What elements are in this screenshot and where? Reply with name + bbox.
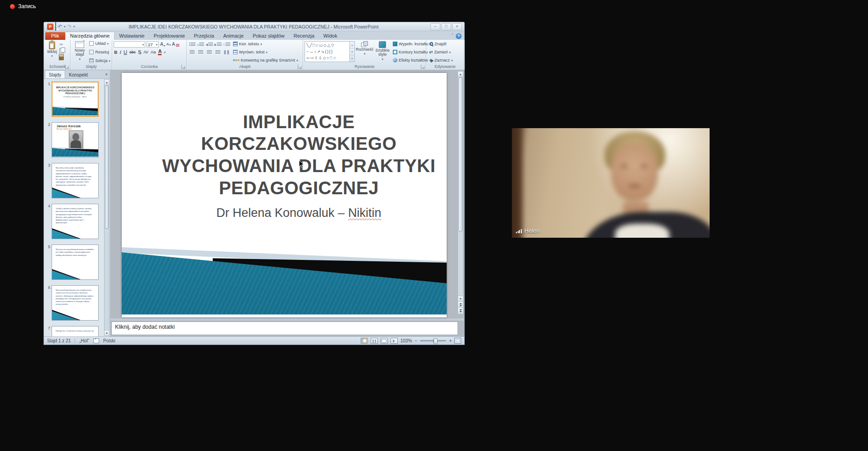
slide-thumbnail-7[interactable]: Dlatego też, na pierwsze miejsce wysuwa … <box>52 326 99 336</box>
numbering-button[interactable]: 1 <box>197 42 205 48</box>
undo-dropdown-icon[interactable]: ▾ <box>64 25 66 29</box>
title-bar[interactable]: P ↶ ▾ ↷ ▾ IMPLIKACJE IDEI KORCZAKOWSKIEG… <box>44 22 464 31</box>
tab-view[interactable]: Widok <box>319 32 342 40</box>
new-slide-button[interactable]: Nowy slajd ▾ <box>72 40 87 64</box>
tab-design[interactable]: Projektowanie <box>149 32 189 40</box>
paste-button[interactable]: Wklej ▾ <box>46 40 58 64</box>
tab-slideshow[interactable]: Pokaz slajdów <box>248 32 289 40</box>
fit-slide-to-window-button[interactable] <box>454 338 461 344</box>
help-button[interactable]: ? <box>456 33 462 39</box>
zoom-slider[interactable] <box>420 340 446 341</box>
bullets-button[interactable] <box>188 42 196 48</box>
panel-tab-outline[interactable]: Konspekt <box>65 70 91 78</box>
slide-thumbnail-1[interactable]: IMPLIKACJE KORCZAKOWSKIEGO WYCHOWANIA DL… <box>52 82 99 117</box>
clear-formatting-button[interactable]: A <box>172 42 179 47</box>
zoom-out-button[interactable]: − <box>415 339 417 343</box>
tab-review[interactable]: Recenzja <box>289 32 319 40</box>
italic-button[interactable]: I <box>119 50 121 55</box>
view-slideshow-button[interactable] <box>391 338 398 344</box>
justify-button[interactable] <box>214 49 222 55</box>
notes-pane[interactable]: Kliknij, aby dodać notatki <box>111 321 458 335</box>
save-button[interactable] <box>55 23 56 31</box>
tab-insert[interactable]: Wstawianie <box>114 32 149 40</box>
zoom-slider-thumb[interactable] <box>434 338 438 344</box>
panel-scroll-thumb[interactable] <box>105 86 109 229</box>
close-button[interactable]: × <box>452 23 462 30</box>
shapes-row-3[interactable]: ⇦⇨⇧⇩◇○□☆ <box>306 56 348 60</box>
proofing-icon[interactable] <box>93 338 99 343</box>
slide-canvas[interactable]: IMPLIKACJE KORCZAKOWSKIEGO WYCHOWANIA DL… <box>122 73 447 317</box>
font-color-dropdown-icon[interactable]: ▾ <box>164 51 166 54</box>
convert-smartart-button[interactable]: Konwertuj na grafikę SmartArt ▾ <box>233 58 298 62</box>
shape-effects-button[interactable]: Efekty kształtów ▾ <box>393 58 431 62</box>
columns-button[interactable] <box>223 49 230 55</box>
tab-transitions[interactable]: Przejścia <box>190 32 219 40</box>
section-button[interactable]: Sekcja ▾ <box>89 58 110 63</box>
language-indicator[interactable]: Polski <box>103 338 115 343</box>
tab-file[interactable]: Plik <box>45 32 65 40</box>
align-center-button[interactable] <box>197 49 205 55</box>
drawing-dialog-launcher[interactable] <box>421 65 425 69</box>
slide-thumbnail-5[interactable]: W pracy nauczyciela/wychowawcy niezbędna… <box>52 245 99 280</box>
shapes-row-2[interactable]: −↔↕↗↘(){} <box>306 50 348 54</box>
slide-title[interactable]: IMPLIKACJE KORCZAKOWSKIEGO WYCHOWANIA DL… <box>157 111 440 199</box>
font-color-button[interactable]: A <box>158 49 162 55</box>
panel-close-icon[interactable]: × <box>103 70 110 78</box>
align-left-button[interactable] <box>188 49 196 55</box>
panel-tab-slides[interactable]: Slajdy <box>45 70 65 78</box>
reset-button[interactable]: Resetuj <box>89 50 110 54</box>
shrink-font-button[interactable]: A▾ <box>167 43 171 46</box>
align-right-button[interactable] <box>205 49 213 55</box>
participant-video-tile[interactable]: Helen <box>512 128 710 238</box>
panel-scroll-down-icon[interactable]: ▼ <box>105 330 109 336</box>
minimize-button[interactable]: – <box>430 23 440 30</box>
tab-home[interactable]: Narzędzia główne <box>65 32 114 40</box>
next-slide-button[interactable] <box>458 307 463 314</box>
copy-button[interactable] <box>58 48 65 53</box>
find-button[interactable]: Znajdź <box>429 42 463 46</box>
slide-thumbnail-4[interactable]: Troskę o dziecko należy rozumieć szeroko… <box>52 204 99 239</box>
font-name-select[interactable]: ▾ <box>114 41 145 48</box>
bold-button[interactable]: B <box>114 50 117 55</box>
notes-splitter[interactable] <box>110 318 464 321</box>
font-size-select[interactable]: 27 ▾ <box>147 41 159 48</box>
arrange-button[interactable]: Rozmieść ▾ <box>355 40 375 64</box>
strikethrough-button[interactable]: abc <box>129 50 136 54</box>
slide-scroll-down-icon[interactable]: ▼ <box>458 296 463 301</box>
shape-fill-button[interactable]: Wypełn. kształtu ▾ <box>393 42 431 46</box>
shape-outline-button[interactable]: Kontury kształtu ▾ <box>393 50 431 54</box>
minimize-ribbon-icon[interactable]: ˆ <box>452 34 453 38</box>
maximize-button[interactable]: □ <box>441 23 451 30</box>
panel-scrollbar[interactable]: ▲ ▼ <box>104 79 110 336</box>
clipboard-dialog-launcher[interactable] <box>65 65 69 69</box>
paragraph-dialog-launcher[interactable] <box>298 65 302 69</box>
shapes-scroll-down-icon[interactable]: ▾ <box>350 48 354 55</box>
layout-button[interactable]: Układ ▾ <box>89 41 110 46</box>
cut-button[interactable]: ✂ <box>58 42 65 47</box>
redo-button[interactable]: ↷ <box>67 24 72 29</box>
font-dialog-launcher[interactable] <box>181 65 186 69</box>
line-spacing-button[interactable]: ↕ <box>223 42 230 48</box>
powerpoint-app-icon[interactable]: P <box>47 24 53 30</box>
text-direction-button[interactable]: Kier. tekstu ▾ <box>233 42 298 46</box>
shapes-row-1[interactable]: ╲╱□○▭◇△▽ <box>306 43 348 48</box>
text-shadow-button[interactable]: S <box>138 50 141 55</box>
increase-indent-button[interactable] <box>214 42 222 48</box>
panel-scroll-up-icon[interactable]: ▲ <box>105 80 109 85</box>
view-reading-button[interactable] <box>381 338 388 344</box>
change-case-button[interactable]: Aa <box>151 50 156 54</box>
quick-styles-button[interactable]: Szybkie style ▾ <box>375 40 391 64</box>
replace-button[interactable]: ⇄ Zamień ▾ <box>429 50 463 54</box>
decrease-indent-button[interactable] <box>205 42 213 48</box>
slide-scrollbar[interactable]: ▲ ▼ <box>458 71 463 314</box>
slide-scroll-thumb[interactable] <box>458 77 463 231</box>
zoom-in-button[interactable]: + <box>449 339 452 343</box>
slide-thumbnail-3[interactable]: Naczelną normą etyki zawodowej nauczycie… <box>52 163 99 198</box>
align-text-button[interactable]: Wyrówn. tekst ▾ <box>233 50 298 54</box>
select-button[interactable]: Zaznacz ▾ <box>429 58 463 62</box>
qat-customize-icon[interactable]: ▾ <box>73 25 75 29</box>
character-spacing-button[interactable]: AV <box>143 50 148 54</box>
slide-scroll-up-icon[interactable]: ▲ <box>458 72 463 77</box>
shapes-gallery[interactable]: ╲╱□○▭◇△▽ −↔↕↗↘(){} ⇦⇨⇧⇩◇○□☆ <box>305 41 350 62</box>
slide-thumbnail-6[interactable]: Nauczyciel/wychowawca we współczesnej sz… <box>52 285 99 321</box>
